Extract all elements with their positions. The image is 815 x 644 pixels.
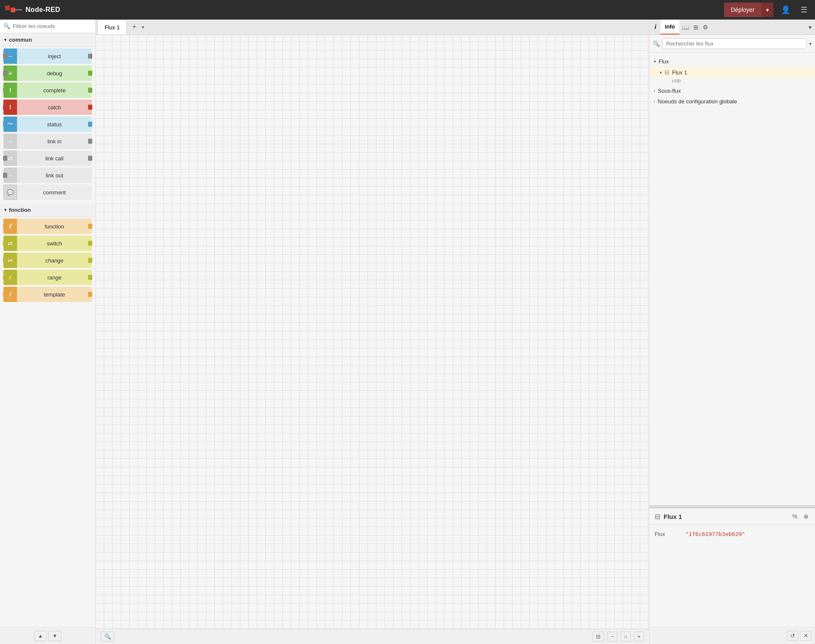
range-label: range [17,270,92,285]
node-link-call[interactable]: ⇄ link call [3,151,92,166]
node-range[interactable]: ii range [3,270,92,285]
tree-flux-header[interactable]: ▾ Flux [650,56,815,67]
deploy-button[interactable]: Déployer [724,3,761,17]
bottom-flux-icon: ⊟ [655,513,660,521]
node-switch[interactable]: ⇄ switch [3,236,92,251]
right-search-area: 🔍 ▾ [650,35,815,53]
percent-button[interactable]: % [791,512,799,521]
nodes-list: ▾ commun → inject ≡ debug ! complete [0,33,95,627]
right-tabs: i info 📖 ⊞ ⚙ ▾ [650,20,815,35]
tree-flux1-sublabel: vide [650,78,815,84]
exclaim-red-icon: ! [9,104,11,111]
switch-arrows-icon: ⇄ [8,240,13,247]
node-change[interactable]: ⇌ change [3,253,92,268]
arrows-icon: ⇄ [8,155,13,162]
debug-label: debug [17,66,92,81]
search-input[interactable] [13,23,92,29]
tree-flux1-item[interactable]: ▾ ⊟ Flux 1 [650,67,815,78]
right-tab-book-button[interactable]: 📖 [680,22,691,32]
canvas-tab-label: Flux 1 [105,24,120,31]
magnify-button[interactable]: ⊕ [802,512,810,521]
category-commun[interactable]: ▾ commun [0,33,95,47]
right-panel: i info 📖 ⊞ ⚙ ▾ 🔍 ▾ ▾ Flux ▾ ⊟ [649,20,815,644]
wave-icon: 〜 [7,120,13,128]
menu-button[interactable]: ☰ [798,3,810,17]
chevron-commun-icon: ▾ [4,37,6,42]
tab-dropdown-button[interactable]: ▾ [140,24,146,30]
map-button[interactable]: ⊟ [593,632,604,641]
catch-label: catch [17,100,92,115]
node-comment[interactable]: 💬 comment [3,185,92,200]
port-left [3,241,7,246]
zoom-in-button[interactable]: + [634,632,644,641]
category-fonction[interactable]: ▾ fonction [0,203,95,217]
right-tab-nodes-button[interactable]: ⊞ [692,22,700,32]
refresh-button[interactable]: ↺ [787,631,798,641]
port-left [3,224,7,229]
main-layout: 🔍 ▾ commun → inject ≡ debug [0,20,815,644]
port-right [88,71,92,76]
reset-zoom-button[interactable]: ○ [621,632,631,641]
port-right [88,156,92,161]
node-debug[interactable]: ≡ debug [3,66,92,81]
port-right [88,54,92,59]
port-right [88,122,92,127]
port-left [3,275,7,280]
port-left [3,292,7,297]
flux1-expand-icon: ▾ [660,70,662,75]
scroll-up-button[interactable]: ▲ [34,631,47,641]
port-right [88,275,92,280]
right-search-icon: 🔍 [653,40,660,47]
change-arrows-icon: ⇌ [8,257,13,264]
linkout-label: link out [17,168,92,183]
comment-icon: 💬 [3,185,17,200]
scroll-down-button[interactable]: ▼ [48,631,61,641]
close-button[interactable]: ✕ [800,631,812,641]
topbar: Node-RED Déployer ▾ 👤 ☰ [0,0,815,20]
node-function[interactable]: f function [3,219,92,234]
table-row-flux: Flux "1f6c61977b3eb629" [650,528,815,540]
canvas[interactable] [96,35,649,629]
right-tab-settings-button[interactable]: ⚙ [701,22,710,32]
node-status[interactable]: 〜 status [3,117,92,132]
app-title: Node-RED [26,6,60,14]
tree-sous-flux-header[interactable]: › Sous-flux [650,85,815,96]
right-search-dropdown-button[interactable]: ▾ [809,41,812,47]
search-canvas-button[interactable]: 🔍 [101,632,114,641]
deploy-group: Déployer ▾ [724,3,773,17]
right-tab-info-icon[interactable]: i [651,20,660,34]
arrow-right-icon: → [7,53,13,60]
port-right [88,258,92,263]
node-catch[interactable]: ! catch [3,100,92,115]
user-icon: 👤 [781,6,790,14]
right-tab-dropdown-button[interactable]: ▾ [807,22,813,32]
node-link-out[interactable]: → link out [3,168,92,183]
right-tab-info[interactable]: info [661,20,679,34]
flux1-icon: ⊟ [664,69,670,76]
right-search-input[interactable] [662,38,806,49]
node-link-in[interactable]: → link in [3,134,92,149]
right-footer: ↺ ✕ [650,627,815,644]
chevron-fonction-icon: ▾ [4,208,6,212]
canvas-bottom-left: 🔍 [100,632,115,641]
search-box: 🔍 [0,20,95,33]
category-commun-label: commun [9,37,32,43]
svg-rect-1 [11,8,15,12]
list-icon: ≡ [9,70,12,77]
zoom-out-button[interactable]: − [607,632,618,641]
menu-icon: ☰ [801,6,807,14]
node-complete[interactable]: ! complete [3,83,92,98]
bottom-flux-title: Flux 1 [664,513,682,520]
template-f-icon: f [9,291,11,298]
node-inject[interactable]: → inject [3,48,92,64]
add-tab-button[interactable]: + [128,23,140,31]
port-left [3,156,7,161]
user-button[interactable]: 👤 [778,3,793,17]
canvas-tab-flux1[interactable]: Flux 1 [97,20,127,34]
bubble-icon: 💬 [7,189,14,196]
linkcall-label: link call [17,151,92,166]
flux-row-value: "1f6c61977b3eb629" [685,531,745,537]
deploy-dropdown-button[interactable]: ▾ [761,3,773,17]
tree-noeuds-config-header[interactable]: › Noeuds de configuration globale [650,96,815,107]
node-template[interactable]: f template [3,287,92,302]
